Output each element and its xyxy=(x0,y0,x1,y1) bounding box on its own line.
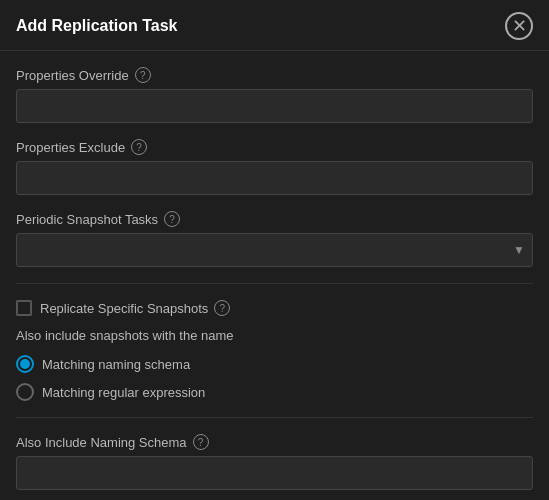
replicate-specific-snapshots-checkbox[interactable] xyxy=(16,300,32,316)
naming-schema-radio[interactable] xyxy=(16,355,34,373)
periodic-snapshot-tasks-label: Periodic Snapshot Tasks ? xyxy=(16,211,533,227)
also-include-naming-schema-help-icon[interactable]: ? xyxy=(193,434,209,450)
modal-header: Add Replication Task ✕ xyxy=(0,0,549,51)
naming-schema-radio-label[interactable]: Matching naming schema xyxy=(42,357,190,372)
periodic-snapshot-tasks-help-icon[interactable]: ? xyxy=(164,211,180,227)
properties-exclude-input[interactable] xyxy=(16,161,533,195)
also-include-naming-schema-group: Also Include Naming Schema ? xyxy=(16,434,533,490)
properties-override-input[interactable] xyxy=(16,89,533,123)
regex-radio-row: Matching regular expression xyxy=(16,383,533,401)
replicate-specific-snapshots-row: Replicate Specific Snapshots ? xyxy=(16,300,533,316)
snapshot-naming-radio-group: Matching naming schema Matching regular … xyxy=(16,355,533,401)
properties-exclude-label: Properties Exclude ? xyxy=(16,139,533,155)
properties-exclude-group: Properties Exclude ? xyxy=(16,139,533,195)
also-include-naming-schema-label: Also Include Naming Schema ? xyxy=(16,434,533,450)
modal-title: Add Replication Task xyxy=(16,17,178,35)
also-include-naming-schema-input[interactable] xyxy=(16,456,533,490)
divider-2 xyxy=(16,417,533,418)
naming-schema-radio-row: Matching naming schema xyxy=(16,355,533,373)
regex-radio-label[interactable]: Matching regular expression xyxy=(42,385,205,400)
properties-override-label: Properties Override ? xyxy=(16,67,533,83)
replicate-specific-snapshots-help-icon[interactable]: ? xyxy=(214,300,230,316)
close-button[interactable]: ✕ xyxy=(505,12,533,40)
add-replication-task-modal: Add Replication Task ✕ Properties Overri… xyxy=(0,0,549,500)
properties-exclude-help-icon[interactable]: ? xyxy=(131,139,147,155)
modal-body: Properties Override ? Properties Exclude… xyxy=(0,51,549,500)
regex-radio[interactable] xyxy=(16,383,34,401)
periodic-snapshot-tasks-select-wrapper: ▼ xyxy=(16,233,533,267)
periodic-snapshot-tasks-group: Periodic Snapshot Tasks ? ▼ xyxy=(16,211,533,267)
periodic-snapshot-tasks-select[interactable] xyxy=(16,233,533,267)
divider-1 xyxy=(16,283,533,284)
replicate-specific-snapshots-label[interactable]: Replicate Specific Snapshots ? xyxy=(40,300,230,316)
properties-override-help-icon[interactable]: ? xyxy=(135,67,151,83)
properties-override-group: Properties Override ? xyxy=(16,67,533,123)
also-include-label: Also include snapshots with the name xyxy=(16,328,533,343)
